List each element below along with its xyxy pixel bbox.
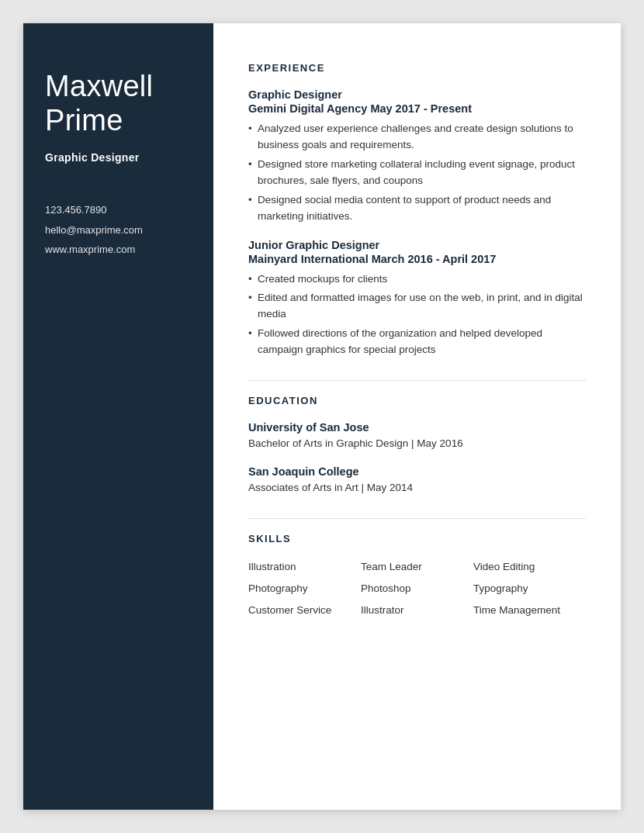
bullet-2-3: Followed directions of the organization … [248,326,586,358]
skill-1-2: Photography [248,581,361,596]
bullet-2-1: Created mockups for clients [248,271,586,288]
bullet-1-2: Designed store marketing collateral incl… [248,157,586,189]
education-heading: EDUCATION [248,395,586,410]
job-company-date-2: Mainyard International March 2016 - Apri… [248,253,586,265]
phone-number: 123.456.7890 [45,202,192,218]
email-address: hello@maxprime.com [45,223,192,238]
skills-divider [248,518,586,519]
website-url: www.maxprime.com [45,242,192,258]
education-section: EDUCATION University of San Jose Bachelo… [248,380,586,496]
skill-3-1: Video Editing [473,559,586,575]
bullet-2-2: Edited and formatted images for use on t… [248,290,586,323]
main-content: EXPERIENCE Graphic Designer Gemini Digit… [213,23,621,810]
degree-2: Associates of Arts in Art | May 2014 [248,480,586,496]
school-name-1: University of San Jose [248,421,586,434]
candidate-title: Graphic Designer [45,151,192,164]
bullet-1-1: Analyzed user experience challenges and … [248,121,586,154]
skills-heading: SKILLS [248,533,586,548]
skills-col-1: Illustration Photography Customer Servic… [248,559,361,619]
education-divider [248,380,586,381]
edu-entry-1: University of San Jose Bachelor of Arts … [248,421,586,451]
edu-entry-2: San Joaquin College Associates of Arts i… [248,465,586,496]
skills-col-2: Team Leader Photoshop Illustrator [361,559,473,619]
school-name-2: San Joaquin College [248,465,586,478]
skill-2-2: Photoshop [361,581,473,596]
skills-grid: Illustration Photography Customer Servic… [248,559,586,619]
job-entry-2: Junior Graphic Designer Mainyard Interna… [248,239,586,359]
skill-3-3: Time Management [473,603,586,618]
skill-1-3: Customer Service [248,603,361,618]
contact-info: 123.456.7890 hello@maxprime.com www.maxp… [45,202,192,258]
degree-1: Bachelor of Arts in Graphic Design | May… [248,436,586,451]
job-entry-1: Graphic Designer Gemini Digital Agency M… [248,88,586,225]
skill-3-2: Typography [473,581,586,596]
candidate-name: Maxwell Prime [45,70,192,137]
bullet-1-3: Designed social media content to support… [248,192,586,225]
skills-section: SKILLS Illustration Photography Customer… [248,518,586,619]
skill-1-1: Illustration [248,559,361,575]
experience-section: EXPERIENCE Graphic Designer Gemini Digit… [248,62,586,358]
job-company-date-1: Gemini Digital Agency May 2017 - Present [248,102,586,115]
resume-document: Maxwell Prime Graphic Designer 123.456.7… [23,23,621,810]
skill-2-3: Illustrator [361,603,473,618]
job-title-2: Junior Graphic Designer [248,239,586,251]
sidebar: Maxwell Prime Graphic Designer 123.456.7… [23,23,213,810]
skill-2-1: Team Leader [361,559,473,575]
job-title-1: Graphic Designer [248,88,586,101]
job-bullets-1: Analyzed user experience challenges and … [248,121,586,225]
job-bullets-2: Created mockups for clients Edited and f… [248,271,586,359]
skills-col-3: Video Editing Typography Time Management [473,559,586,619]
experience-heading: EXPERIENCE [248,62,586,78]
